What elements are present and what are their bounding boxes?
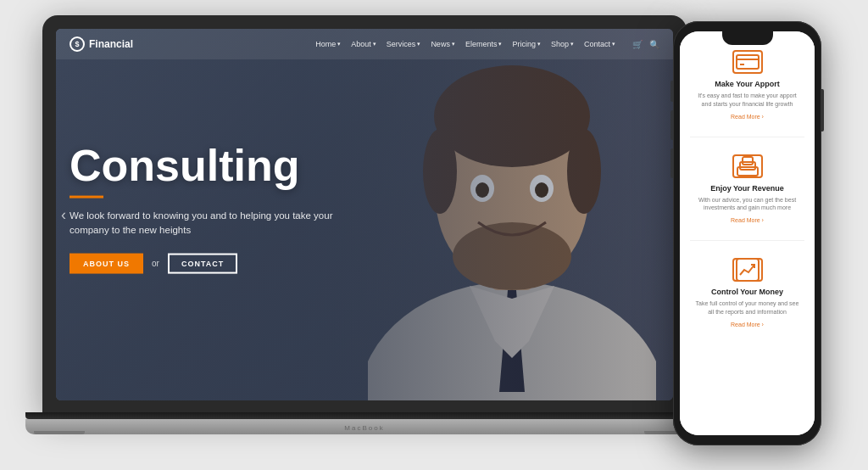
laptop-hinge	[25, 412, 704, 419]
hero-content: Consulting We look forward to knowing yo…	[70, 143, 375, 274]
chevron-icon: ▾	[452, 41, 455, 48]
card-title-1: Make Your Apport	[715, 80, 779, 88]
phone-card-3: Control Your Money Take full control of …	[690, 258, 804, 327]
card-icon-2	[732, 154, 763, 178]
nav-services[interactable]: Services ▾	[387, 40, 421, 48]
phone-outer: Make Your Apport It's easy and fast to m…	[673, 21, 821, 445]
nav-about[interactable]: About ▾	[351, 40, 376, 48]
card-icon-3	[732, 258, 763, 282]
nav-pricing[interactable]: Pricing ▾	[512, 40, 541, 48]
card-link-1[interactable]: Read More ›	[731, 114, 764, 120]
phone-app: Make Your Apport It's easy and fast to m…	[680, 31, 815, 435]
nav-shop[interactable]: Shop ▾	[551, 40, 574, 48]
hero-divider	[70, 196, 103, 199]
card-text-2: With our advice, you can get the best in…	[693, 196, 803, 213]
card-link-3[interactable]: Read More ›	[731, 322, 764, 327]
card-text-3: Take full control of your money and see …	[693, 299, 803, 316]
divider-1	[690, 137, 804, 137]
phone-screen: Make Your Apport It's easy and fast to m…	[680, 31, 815, 435]
phone-card-1: Make Your Apport It's easy and fast to m…	[690, 50, 804, 120]
card-text-1: It's easy and fast to make your apport a…	[693, 92, 803, 109]
card-icon-1	[732, 50, 763, 74]
power-button	[821, 89, 824, 131]
phone-card-2: Enjoy Your Revenue With our advice, you …	[690, 154, 804, 224]
nav-links: Home ▾ About ▾ Services ▾	[315, 40, 659, 49]
chevron-icon: ▾	[337, 41, 341, 48]
laptop-foot-left	[34, 431, 85, 434]
laptop-base: MacBook	[25, 412, 704, 448]
card-link-2[interactable]: Read More ›	[731, 217, 764, 223]
logo-text: Financial	[89, 38, 133, 50]
scene: $ Financial Home ▾ About ▾	[0, 0, 868, 470]
logo-icon: $	[70, 36, 85, 52]
nav: $ Financial Home ▾ About ▾	[56, 29, 673, 59]
laptop-bottom: MacBook	[25, 419, 704, 434]
phone: Make Your Apport It's easy and fast to m…	[673, 21, 821, 454]
slider-prev-arrow[interactable]: ‹	[61, 206, 66, 224]
chevron-icon: ▾	[537, 41, 541, 48]
nav-logo: $ Financial	[70, 36, 133, 52]
nav-elements[interactable]: Elements ▾	[465, 40, 503, 48]
svg-rect-13	[737, 55, 759, 69]
laptop-screen: $ Financial Home ▾ About ▾	[56, 29, 673, 400]
hero-subtitle: We look forward to knowing you and to he…	[70, 209, 375, 238]
phone-notch	[722, 31, 773, 45]
contact-button[interactable]: CONTACT	[168, 253, 237, 273]
chevron-icon: ▾	[373, 41, 376, 48]
chevron-icon: ▾	[612, 41, 615, 48]
card-title-3: Control Your Money	[711, 288, 783, 296]
nav-home[interactable]: Home ▾	[315, 40, 341, 48]
nav-contact[interactable]: Contact ▾	[584, 40, 615, 48]
svg-rect-18	[743, 157, 753, 165]
svg-rect-19	[737, 259, 759, 281]
chevron-icon: ▾	[417, 41, 420, 48]
card-title-2: Enjoy Your Revenue	[710, 184, 784, 193]
about-us-button[interactable]: ABOUT US	[70, 253, 143, 273]
cart-icon[interactable]: 🛒	[632, 40, 643, 49]
laptop: $ Financial Home ▾ About ▾	[42, 15, 687, 448]
search-icon[interactable]: 🔍	[649, 40, 659, 49]
laptop-brand: MacBook	[344, 424, 384, 432]
laptop-body: $ Financial Home ▾ About ▾	[42, 15, 687, 414]
hero-buttons: ABOUT US or CONTACT	[70, 253, 375, 273]
or-separator: or	[152, 259, 159, 268]
nav-icons: 🛒 🔍	[632, 40, 659, 49]
website: $ Financial Home ▾ About ▾	[56, 29, 673, 400]
nav-news[interactable]: News ▾	[431, 40, 455, 48]
hero-title: Consulting	[70, 143, 375, 187]
chevron-icon: ▾	[498, 41, 502, 48]
divider-2	[690, 240, 804, 241]
chevron-icon: ▾	[570, 41, 574, 48]
